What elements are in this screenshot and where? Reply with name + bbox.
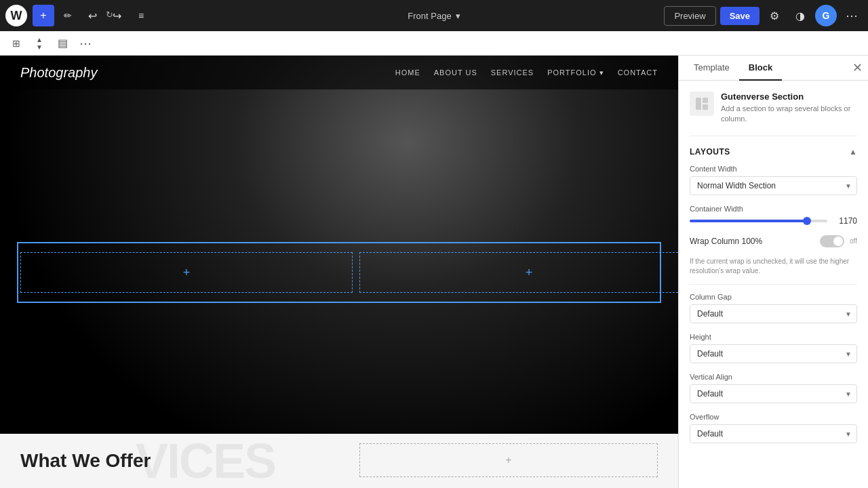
wrap-column-label: Wrap Column 100% [690,237,762,246]
more-button[interactable]: ⋯ [841,5,863,26]
panel-content: Gutenverse Section Add a section to wrap… [679,81,868,488]
canvas-area[interactable]: Photography HOME ABOUT US SERVICES PORTF… [0,56,678,488]
nav-links: HOME ABOUT US SERVICES PORTFOLIO ▾ CONTA… [395,68,658,77]
theme-button[interactable]: ◑ [789,5,811,26]
selection-box-right[interactable]: + [359,252,678,293]
panel-tabs: Template Block ✕ [679,56,868,81]
section-heading: What We Offer [20,450,151,472]
container-width-slider-track[interactable] [690,220,827,222]
height-select-wrapper: Default Full Screen Custom ▼ [690,344,857,363]
block-icon [690,92,714,116]
arrow-icon-button[interactable]: ▲▼ [30,34,49,53]
nav-portfolio[interactable]: PORTFOLIO ▾ [547,68,604,77]
toggle-knob [833,237,843,246]
slider-thumb[interactable] [803,217,811,225]
wrap-column-state: off [850,237,857,245]
wp-logo[interactable]: W [5,5,27,26]
tab-block[interactable]: Block [739,56,782,81]
save-button[interactable]: Save [720,7,760,25]
content-width-label: Content Width [690,165,857,173]
main-area: Photography HOME ABOUT US SERVICES PORTF… [0,56,868,488]
bottom-selection-box[interactable]: + [359,443,658,477]
add-block-left-icon: + [183,266,191,280]
nav-services[interactable]: SERVICES [491,68,534,77]
overflow-select-wrapper: Default Hidden Scroll ▼ [690,424,857,443]
list-view-button[interactable]: ≡ [130,5,152,26]
svg-rect-1 [703,98,708,103]
container-width-row: Container Width 1170 [690,205,857,226]
container-width-value: 1170 [833,216,857,226]
add-block-right-icon: + [526,266,533,280]
overflow-select[interactable]: Default Hidden Scroll [690,424,857,443]
wrap-column-row: Wrap Column 100% off [690,235,857,247]
nav-contact[interactable]: CONTACT [618,68,658,77]
block-title: Gutenverse Section [721,92,857,102]
nav-home[interactable]: HOME [395,68,420,77]
add-block-bottom-icon: + [505,454,511,466]
top-bar: W + ✏ ↩ ↻ ↪ ≡ Front Page ▾ Preview Save … [0,0,868,31]
height-row: Height Default Full Screen Custom ▼ [690,333,857,363]
nav-about[interactable]: ABOUT US [434,68,477,77]
column-gap-row: Column Gap Default Small Medium Large ▼ [690,293,857,323]
vertical-align-label: Vertical Align [690,373,857,381]
container-width-label: Container Width [690,205,857,213]
bottom-section: What We Offer VICES + [0,434,678,488]
wrap-help-text: If the current wrap is unchecked, it wil… [690,257,857,276]
site-nav: Photography HOME ABOUT US SERVICES PORTF… [0,56,678,89]
page-name-dropdown[interactable]: Front Page ▾ [401,7,467,25]
slider-fill [690,220,807,222]
tab-template[interactable]: Template [684,56,739,81]
add-button[interactable]: + [33,5,54,26]
google-account-button[interactable]: G [815,5,837,26]
overflow-row: Overflow Default Hidden Scroll ▼ [690,413,857,443]
edit-button[interactable]: ✏ [57,5,79,26]
column-gap-select-wrapper: Default Small Medium Large ▼ [690,304,857,323]
wrap-column-toggle[interactable] [820,235,844,247]
content-width-row: Content Width Normal Width Section Full … [690,165,857,195]
divider-1 [690,284,857,285]
height-select[interactable]: Default Full Screen Custom [690,344,857,363]
spinner-icon: ↻ [106,9,113,20]
top-bar-right: Preview Save ⚙ ◑ G ⋯ [664,5,863,26]
block-description: Add a section to wrap several blocks or … [721,104,857,125]
vertical-align-select-wrapper: Default Top Middle Bottom ▼ [690,384,857,403]
right-panel: Template Block ✕ Gutenverse Section Add … [678,56,868,488]
settings-button[interactable]: ⚙ [764,5,785,26]
second-toolbar: ⊞ ▲▼ ▤ ⋯ [0,31,868,56]
overflow-label: Overflow [690,413,857,421]
column-gap-label: Column Gap [690,293,857,301]
background-text: VICES [136,433,275,488]
layout-icon-button[interactable]: ⊞ [7,34,26,53]
container-width-slider-row: 1170 [690,216,857,226]
vertical-align-row: Vertical Align Default Top Middle Bottom… [690,373,857,403]
svg-rect-0 [696,98,701,110]
align-icon-button[interactable]: ▤ [53,34,72,53]
content-width-select-wrapper: Normal Width Section Full Width ▼ [690,176,857,195]
column-gap-select[interactable]: Default Small Medium Large [690,304,857,323]
panel-close-button[interactable]: ✕ [852,62,863,74]
content-width-select[interactable]: Normal Width Section Full Width [690,176,857,195]
vertical-align-select[interactable]: Default Top Middle Bottom [690,384,857,403]
preview-button[interactable]: Preview [664,6,715,26]
height-label: Height [690,333,857,341]
undo-button[interactable]: ↩ [81,5,103,26]
layouts-section-heading[interactable]: Layouts ▲ [690,147,857,157]
layouts-title: Layouts [690,147,730,157]
layouts-chevron-icon: ▲ [849,147,857,157]
site-logo: Photography [20,65,97,81]
dots-icon-button[interactable]: ⋯ [76,34,95,53]
svg-rect-2 [703,104,708,110]
selection-box-left[interactable]: + [20,252,353,293]
block-info: Gutenverse Section Add a section to wrap… [690,92,857,136]
website-preview: Photography HOME ABOUT US SERVICES PORTF… [0,56,678,488]
